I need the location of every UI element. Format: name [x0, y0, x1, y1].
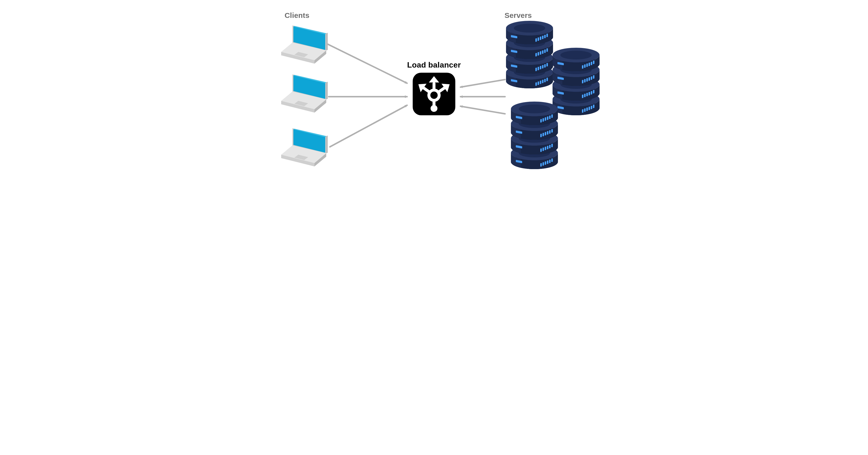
clients-label: Clients: [285, 11, 309, 20]
client-3-laptop-icon: [280, 127, 332, 169]
client-2-laptop-icon: [280, 73, 332, 115]
svg-marker-15: [326, 82, 328, 99]
diagram-stage: Clients Servers Load balancer: [250, 0, 618, 193]
client-1-laptop-icon: [280, 25, 332, 66]
arrow-server-3: [461, 106, 505, 114]
server-stack-1-icon: [506, 21, 553, 88]
server-cluster-icon: [500, 21, 606, 182]
server-stack-3-icon: [511, 102, 558, 169]
svg-rect-28: [433, 83, 435, 91]
arrow-client-3: [330, 105, 407, 147]
svg-marker-23: [326, 136, 328, 153]
svg-marker-7: [326, 33, 328, 51]
arrow-server-1: [461, 79, 505, 87]
svg-point-27: [431, 105, 437, 112]
load-balancer-icon: [413, 73, 455, 115]
servers-label: Servers: [504, 11, 532, 20]
server-stack-2-icon: [553, 48, 599, 115]
